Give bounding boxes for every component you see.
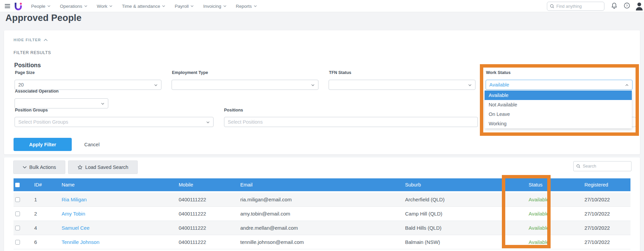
page-size-label: Page Size bbox=[15, 70, 35, 75]
menu-operations[interactable]: Operations bbox=[60, 4, 87, 9]
row-checkbox[interactable] bbox=[15, 240, 20, 245]
employment-type-label: Employment Type bbox=[172, 70, 208, 75]
work-status-select[interactable]: Available bbox=[486, 80, 632, 90]
chevron-up-icon bbox=[44, 39, 48, 41]
tfn-status-label: TFN Status bbox=[329, 70, 351, 75]
select-all-checkbox[interactable] bbox=[15, 183, 20, 187]
chevron-down-icon bbox=[154, 84, 157, 86]
table-row: 2 Amy Tobin 0400111222 amy.tobin@email.c… bbox=[14, 207, 630, 221]
position-groups-select[interactable]: Select Position Groups bbox=[15, 117, 214, 127]
menu-time-attendance[interactable]: Time & attendance bbox=[122, 4, 165, 9]
table-search bbox=[573, 161, 631, 171]
chevron-down-icon bbox=[468, 84, 471, 86]
col-header-suburb[interactable]: Suburb bbox=[405, 182, 515, 187]
cell-mobile: 0400111222 bbox=[179, 211, 240, 217]
col-header-email[interactable]: Email bbox=[240, 182, 405, 187]
status-badge: Available bbox=[515, 225, 571, 231]
user-avatar[interactable] bbox=[635, 2, 642, 9]
hide-filter-toggle[interactable]: HIDE FILTER bbox=[14, 38, 48, 42]
chevron-down-icon bbox=[109, 5, 112, 7]
table-row: 4 Samuel Cee 0400111222 andre.mellan@ema… bbox=[14, 221, 630, 235]
global-search bbox=[547, 2, 604, 11]
work-status-option-working[interactable]: Working bbox=[485, 119, 632, 128]
main-menu: People Operations Work Time & attendance… bbox=[31, 0, 257, 12]
search-icon bbox=[576, 164, 580, 168]
star-icon bbox=[77, 165, 83, 170]
cell-email: andre.mellan@email.com bbox=[240, 225, 405, 231]
table-header: ID# Name Mobile Email Suburb Status Regi… bbox=[14, 178, 630, 191]
chevron-up-icon bbox=[625, 84, 628, 86]
col-header-mobile[interactable]: Mobile bbox=[179, 182, 240, 187]
employment-type-select[interactable] bbox=[172, 80, 318, 90]
tfn-status-select[interactable] bbox=[329, 80, 475, 90]
person-name-link[interactable]: Samuel Cee bbox=[62, 225, 179, 231]
chevron-down-icon bbox=[311, 84, 314, 86]
cell-suburb: Archerfield (QLD) bbox=[405, 197, 515, 202]
cell-id: 4 bbox=[34, 225, 62, 231]
top-nav: People Operations Work Time & attendance… bbox=[0, 0, 644, 12]
chevron-down-icon bbox=[223, 5, 226, 7]
cell-mobile: 0400111222 bbox=[179, 239, 240, 245]
cell-registered: 27/10/2022 bbox=[571, 225, 630, 231]
chevron-down-icon bbox=[254, 5, 257, 7]
table-row: 6 Tennille Johnson 0400111222 tennille.j… bbox=[14, 235, 630, 249]
positions-section-title: Positions bbox=[14, 62, 41, 69]
cell-mobile: 0400111222 bbox=[179, 197, 240, 202]
menu-invoicing[interactable]: Invoicing bbox=[203, 4, 226, 9]
work-status-option-not-available[interactable]: Not Available bbox=[485, 100, 632, 109]
bulk-actions-button[interactable]: Bulk Actions bbox=[13, 160, 65, 174]
row-checkbox[interactable] bbox=[15, 197, 20, 202]
cell-id: 1 bbox=[34, 197, 62, 202]
table-row: 1 Ria Miligan 0400111222 ria.miligan@ema… bbox=[14, 193, 630, 207]
positions-select[interactable]: Select Positions bbox=[224, 117, 478, 127]
person-name-link[interactable]: Amy Tobin bbox=[62, 211, 179, 217]
col-header-registered[interactable]: Registered bbox=[571, 182, 630, 187]
app-logo[interactable] bbox=[15, 2, 22, 10]
work-status-option-available[interactable]: Available bbox=[485, 91, 632, 100]
chevron-down-icon bbox=[23, 166, 27, 169]
cell-email: ria.miligan@email.com bbox=[240, 197, 405, 202]
chevron-down-icon bbox=[47, 5, 50, 7]
row-checkbox[interactable] bbox=[15, 211, 20, 216]
filter-results-label: FILTER RESULTS bbox=[14, 50, 51, 55]
table-search-input[interactable] bbox=[583, 164, 625, 169]
apply-filter-button[interactable]: Apply Filter bbox=[14, 138, 72, 151]
help-icon[interactable]: ? bbox=[624, 2, 631, 10]
positions-label: Positions bbox=[224, 108, 243, 112]
col-header-status[interactable]: Status bbox=[515, 182, 571, 187]
cell-registered: 27/10/2022 bbox=[571, 211, 630, 217]
chevron-down-icon bbox=[84, 5, 87, 7]
associated-operation-select[interactable] bbox=[15, 98, 108, 108]
cell-suburb: Balmain (NSW) bbox=[405, 239, 515, 245]
cell-id: 2 bbox=[34, 211, 62, 217]
chevron-down-icon bbox=[206, 121, 209, 123]
status-badge: Available bbox=[515, 239, 571, 245]
menu-reports[interactable]: Reports bbox=[236, 4, 257, 9]
approved-people-page: People Operations Work Time & attendance… bbox=[0, 0, 644, 251]
col-header-id[interactable]: ID# bbox=[34, 182, 62, 187]
status-badge: Available bbox=[515, 197, 571, 202]
cancel-button[interactable]: Cancel bbox=[84, 138, 99, 151]
person-name-link[interactable]: Ria Miligan bbox=[62, 197, 179, 202]
notifications-bell-icon[interactable] bbox=[611, 2, 619, 10]
chevron-down-icon bbox=[191, 5, 194, 7]
cell-suburb: Bald Hills (QLD) bbox=[405, 225, 515, 231]
person-name-link[interactable]: Tennille Johnson bbox=[62, 239, 179, 245]
cell-registered: 27/10/2022 bbox=[571, 239, 630, 245]
menu-payroll[interactable]: Payroll bbox=[175, 4, 194, 9]
load-saved-search-button[interactable]: Load Saved Search bbox=[68, 160, 138, 174]
cell-email: tennille.johnson@email.com bbox=[240, 239, 405, 245]
work-status-dropdown: Available Not Available On Leave Working bbox=[485, 91, 632, 128]
global-search-input[interactable] bbox=[556, 4, 597, 9]
chevron-down-icon bbox=[162, 5, 165, 7]
row-checkbox[interactable] bbox=[15, 226, 20, 230]
work-status-option-on-leave[interactable]: On Leave bbox=[485, 109, 632, 119]
hamburger-menu-icon[interactable] bbox=[5, 4, 10, 8]
col-header-name[interactable]: Name bbox=[62, 182, 179, 187]
page-size-select[interactable]: 20 bbox=[15, 80, 161, 90]
associated-operation-label: Associated Operation bbox=[15, 89, 59, 94]
cell-registered: 27/10/2022 bbox=[571, 197, 630, 202]
cell-id: 6 bbox=[34, 239, 62, 245]
menu-work[interactable]: Work bbox=[97, 4, 112, 9]
menu-people[interactable]: People bbox=[31, 4, 50, 9]
